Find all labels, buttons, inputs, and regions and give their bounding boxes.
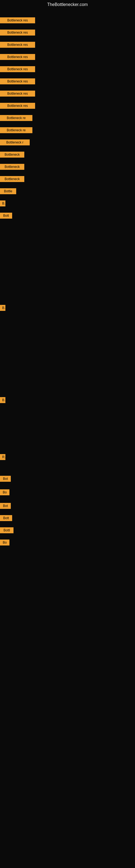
bottleneck-button-7[interactable]: Bottleneck res (0, 91, 35, 97)
bottleneck-button-9[interactable]: Bottleneck re (0, 115, 32, 121)
bottleneck-button-11[interactable]: Bottleneck r (0, 140, 30, 145)
bottleneck-button-6[interactable]: Bottleneck res (0, 79, 35, 84)
button-row-14: Bottleneck (0, 176, 24, 182)
button-row-26: Bo (0, 539, 9, 546)
bottleneck-button-26[interactable]: Bo (0, 539, 9, 546)
button-row-1: Bottleneck res (0, 18, 35, 23)
bottleneck-button-5[interactable]: Bottleneck res (0, 66, 35, 72)
bottleneck-button-22[interactable]: Bo (0, 489, 9, 495)
button-row-24: Bott (0, 515, 12, 521)
bottleneck-button-13[interactable]: Bottleneck (0, 164, 24, 170)
button-row-5: Bottleneck res (0, 66, 35, 72)
button-row-23: Bot (0, 503, 11, 509)
bottleneck-button-15[interactable]: Bottle (0, 188, 16, 194)
button-row-17: Bott (0, 213, 12, 219)
bottleneck-button-10[interactable]: Bottleneck re (0, 127, 32, 133)
bottleneck-button-18[interactable]: B (0, 305, 5, 311)
bottleneck-button-1[interactable]: Bottleneck res (0, 18, 35, 23)
site-title-container: TheBottlenecker.com (0, 0, 135, 9)
bottleneck-button-3[interactable]: Bottleneck res (0, 42, 35, 48)
bottleneck-button-25[interactable]: Bottl (0, 527, 13, 533)
bottleneck-button-24[interactable]: Bott (0, 515, 12, 521)
button-row-19: B (0, 397, 5, 403)
button-row-20: R (0, 454, 5, 460)
button-row-6: Bottleneck res (0, 79, 35, 84)
bottleneck-button-19[interactable]: B (0, 397, 5, 403)
bottleneck-button-8[interactable]: Bottleneck res (0, 103, 35, 109)
bottleneck-button-14[interactable]: Bottleneck (0, 176, 24, 182)
bottleneck-button-20[interactable]: R (0, 454, 5, 460)
button-row-25: Bottl (0, 527, 13, 533)
bottleneck-button-2[interactable]: Bottleneck res (0, 30, 35, 35)
bottleneck-button-4[interactable]: Bottleneck res (0, 54, 35, 60)
button-row-12: Bottleneck (0, 152, 24, 158)
button-row-22: Bo (0, 489, 9, 495)
button-row-11: Bottleneck r (0, 140, 30, 145)
site-title: TheBottlenecker.com (47, 0, 88, 9)
button-row-18: B (0, 305, 5, 311)
button-row-7: Bottleneck res (0, 91, 35, 97)
button-row-3: Bottleneck res (0, 42, 35, 48)
button-row-13: Bottleneck (0, 164, 24, 170)
button-row-2: Bottleneck res (0, 30, 35, 35)
button-row-15: Bottle (0, 188, 16, 194)
bottleneck-button-12[interactable]: Bottleneck (0, 152, 24, 158)
button-row-10: Bottleneck re (0, 127, 32, 133)
bottleneck-button-17[interactable]: Bott (0, 213, 12, 219)
button-row-21: Bot (0, 476, 11, 482)
bottleneck-button-21[interactable]: Bot (0, 476, 11, 482)
button-row-9: Bottleneck re (0, 115, 32, 121)
bottleneck-button-16[interactable]: B (0, 200, 5, 207)
bottleneck-button-23[interactable]: Bot (0, 503, 11, 509)
button-row-8: Bottleneck res (0, 103, 35, 109)
button-row-16: B (0, 200, 5, 207)
button-row-4: Bottleneck res (0, 54, 35, 60)
